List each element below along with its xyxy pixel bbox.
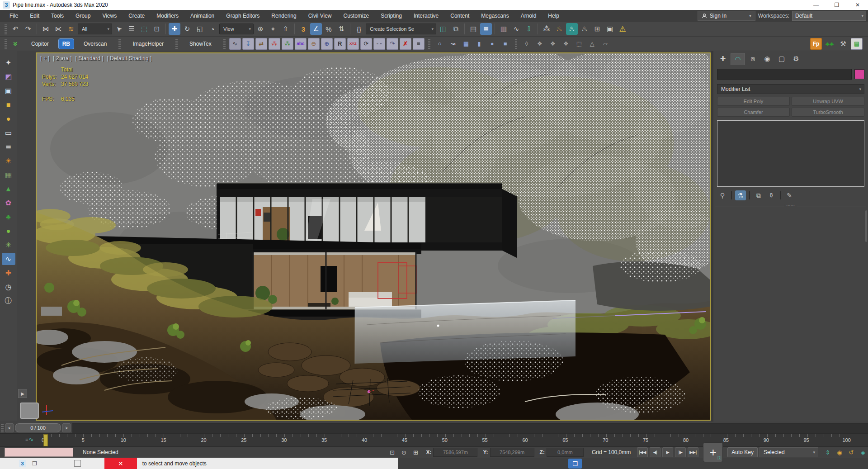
freeform-spline-icon[interactable]: ↝ — [447, 38, 459, 50]
percent-snap-icon[interactable]: % — [323, 23, 335, 35]
window-crossing-icon[interactable]: ⊡ — [151, 23, 163, 35]
time-slider-track[interactable] — [72, 423, 868, 433]
selection-set-field[interactable]: Create Selection Se — [366, 24, 436, 34]
undo-icon[interactable]: ↶ — [9, 23, 21, 35]
yellow-circle-icon[interactable]: ● — [2, 113, 15, 125]
menu-item[interactable]: Edit — [24, 10, 45, 22]
spinner-snap-icon[interactable]: ⇅ — [335, 23, 347, 35]
grid-object-icon[interactable]: ▦ — [460, 38, 472, 50]
turbosmooth-button[interactable]: TurboSmooth — [792, 108, 864, 117]
max-taskbar-icon[interactable]: 3 — [19, 460, 26, 467]
spline-tool-icon[interactable]: ↷ — [387, 38, 398, 50]
modifier-stack-list[interactable] — [717, 120, 864, 187]
viewport-label-segment[interactable]: [ Default Shading ] — [107, 55, 152, 62]
chamfer-button[interactable]: Chamfer — [717, 108, 790, 117]
flower-icon[interactable]: ✿ — [2, 197, 15, 209]
select-placement-icon[interactable]: ◔ — [207, 23, 218, 35]
ribbon-toggle-icon[interactable]: ▥ — [498, 23, 509, 35]
capsule-icon[interactable]: ▭ — [2, 127, 15, 139]
modify-tab[interactable]: ◠ — [731, 53, 745, 65]
tools-icon[interactable]: ⚒ — [837, 38, 849, 50]
menu-item[interactable]: Modifiers — [151, 10, 184, 22]
circle-spline-icon[interactable]: ○ — [434, 38, 446, 50]
keyboard-override-icon[interactable]: ⇧ — [280, 23, 292, 35]
remove-modifier-icon[interactable]: ⚱ — [766, 190, 777, 200]
go-to-start-button[interactable]: |◀◀ — [637, 447, 648, 457]
time-slider-thumb[interactable]: 0 / 100 — [15, 423, 61, 432]
info-icon[interactable]: ⓘ — [2, 295, 15, 307]
wing-icon[interactable]: ✦ — [2, 57, 15, 69]
object-color-swatch[interactable] — [854, 69, 864, 79]
menu-item[interactable]: Scripting — [375, 10, 408, 22]
unlink-icon[interactable]: ⋉ — [52, 23, 64, 35]
x-coord-field[interactable]: 7586,597m — [433, 448, 477, 457]
pipe-tool-icon[interactable]: ∿ — [2, 253, 15, 265]
menu-item[interactable]: Megascans — [475, 10, 514, 22]
pin-stack-icon[interactable]: ⚲ — [717, 190, 728, 200]
menu-item[interactable]: Tools — [45, 10, 70, 22]
delete-prs-icon[interactable]: ✗ — [400, 38, 411, 50]
display-tab[interactable]: ▢ — [775, 53, 788, 65]
forest-pack-icon[interactable]: Fp — [810, 38, 822, 50]
swap-objects-icon[interactable]: ⇄ — [255, 38, 267, 50]
transform-xyz-icon[interactable]: XYZ — [347, 38, 359, 50]
plate-icon[interactable]: ▱ — [599, 38, 611, 50]
schematic-view-icon[interactable]: ⇩ — [523, 23, 535, 35]
modifier-list-dropdown[interactable]: Modifier List — [717, 84, 864, 94]
show-end-result-icon[interactable]: ⚗ — [735, 190, 746, 200]
rollout-divider[interactable] — [715, 207, 866, 212]
panel-scrollbar[interactable] — [865, 210, 867, 242]
isolate-selection-icon[interactable]: ⊡ — [387, 447, 397, 457]
create-tab[interactable]: ✚ — [716, 53, 730, 65]
track-bar[interactable]: ∿ 05101520253035404550556065707580859095… — [0, 433, 868, 447]
angle-snap-icon[interactable]: ∠ — [310, 23, 322, 35]
lattice-cage-icon[interactable]: ❖ — [560, 38, 572, 50]
toolbar-drag-handle[interactable] — [5, 38, 7, 49]
viewport-label-segment[interactable]: [ + ] — [40, 55, 49, 62]
tree-icon[interactable]: ♣ — [2, 211, 15, 223]
align-icon[interactable]: ⧉ — [450, 23, 462, 35]
transform-gizmo-icon[interactable]: ⇕ — [823, 447, 833, 457]
restore-window-icon[interactable]: ❐ — [32, 460, 37, 467]
workspace-dropdown[interactable]: Default — [792, 11, 866, 21]
auto-key-button[interactable]: Auto Key — [727, 447, 758, 457]
trees-library-icon[interactable]: ♣♣ — [824, 38, 835, 50]
menu-item[interactable]: File — [4, 10, 24, 22]
play-button[interactable]: ▶ — [662, 447, 673, 457]
terrain-grid-icon[interactable]: ▦ — [2, 169, 15, 181]
select-scale-icon[interactable]: ◱ — [194, 23, 206, 35]
link-icon[interactable]: ⋈ — [40, 23, 52, 35]
hierarchy-tab[interactable]: ⧈ — [746, 53, 760, 65]
close-window-button[interactable]: ✕ — [104, 458, 137, 469]
menu-item[interactable]: Views — [96, 10, 123, 22]
utilities-tab[interactable]: ⚙ — [789, 53, 803, 65]
absolute-offset-icon[interactable]: ⊞ — [410, 447, 420, 457]
expand-panel-arrow[interactable]: ▶ — [18, 389, 27, 398]
select-manipulate-icon[interactable]: ⌖ — [267, 23, 279, 35]
detach-minus-icon[interactable]: ⊖ — [308, 38, 320, 50]
close-button[interactable]: ✕ — [847, 0, 868, 10]
maximize-button[interactable]: ❐ — [826, 0, 847, 10]
toolbar-drag-handle[interactable] — [5, 24, 7, 34]
viewport-label-segment[interactable]: [ Standard ] — [75, 55, 104, 62]
select-object-icon[interactable]: ➤ — [111, 21, 127, 38]
box-primitive-icon[interactable]: ■ — [500, 38, 511, 50]
floating-swatch[interactable] — [20, 403, 39, 419]
notes-icon[interactable]: ≣ — [2, 141, 15, 153]
menu-item[interactable]: Help — [542, 10, 565, 22]
particle-view-icon[interactable]: ⁂ — [541, 23, 552, 35]
layer-explorer-icon[interactable]: ≣ — [480, 23, 492, 35]
scene-explorer-icon[interactable]: ▤ — [467, 23, 479, 35]
bind-spacewarp-icon[interactable]: ≋ — [65, 23, 77, 35]
next-frame-arrow[interactable]: > — [62, 423, 71, 432]
coord-system-dropdown[interactable]: View — [219, 24, 254, 34]
empty-box-icon[interactable] — [74, 460, 81, 467]
named-selection-sets-icon[interactable]: {} — [353, 23, 365, 35]
select-rotate-icon[interactable]: ↻ — [181, 23, 193, 35]
edit-poly-button[interactable]: Edit Poly — [717, 97, 790, 106]
use-pivot-center-icon[interactable]: ⊕ — [255, 23, 266, 35]
cube-taskbar-icon[interactable]: ❒ — [568, 459, 582, 469]
curve-editor-icon[interactable]: ∿ — [510, 23, 522, 35]
measure-distance-icon[interactable]: ⚬⚬ — [373, 38, 385, 50]
select-by-name-icon[interactable]: ☰ — [126, 23, 137, 35]
